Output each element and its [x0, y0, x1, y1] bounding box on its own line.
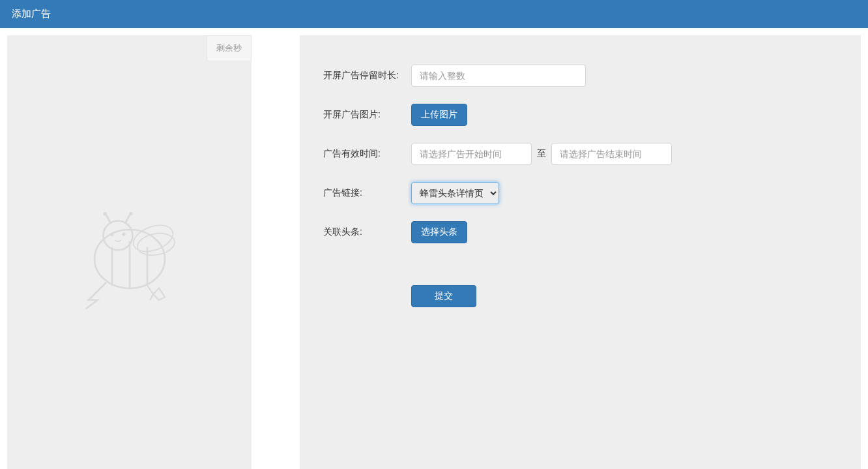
countdown-label: 剩余秒 [216, 43, 242, 53]
label-link: 广告链接: [323, 187, 411, 199]
select-link-type[interactable]: 蜂雷头条详情页 [411, 182, 499, 204]
svg-point-7 [129, 212, 132, 215]
page-header: 添加广告 [0, 0, 868, 28]
svg-point-2 [110, 232, 113, 235]
date-separator: 至 [537, 148, 546, 160]
submit-button[interactable]: 提交 [411, 285, 476, 307]
svg-point-9 [136, 230, 176, 258]
input-duration[interactable] [411, 65, 586, 87]
input-start-date[interactable] [411, 143, 532, 165]
row-duration: 开屏广告停留时长: [323, 65, 837, 87]
select-headline-button[interactable]: 选择头条 [411, 221, 467, 243]
row-image: 开屏广告图片: 上传图片 [323, 104, 837, 126]
input-end-date[interactable] [551, 143, 672, 165]
ad-preview-panel: 剩余秒 [7, 35, 252, 469]
content-wrapper: 剩余秒 开屏广告停留时长: 开屏广告图片: [0, 28, 868, 469]
label-valid-time: 广告有效时间: [323, 148, 411, 160]
label-duration: 开屏广告停留时长: [323, 70, 411, 82]
page-title: 添加广告 [12, 8, 51, 19]
row-relation: 关联头条: 选择头条 [323, 221, 837, 243]
row-submit: 提交 [323, 285, 837, 307]
svg-line-5 [124, 215, 129, 224]
svg-point-6 [103, 212, 106, 215]
label-image: 开屏广告图片: [323, 109, 411, 121]
upload-image-button[interactable]: 上传图片 [411, 104, 467, 126]
svg-line-4 [106, 215, 111, 224]
label-relation: 关联头条: [323, 226, 411, 238]
svg-point-3 [122, 232, 125, 235]
countdown-badge: 剩余秒 [207, 35, 252, 61]
bee-placeholder-icon [71, 194, 188, 312]
form-panel: 开屏广告停留时长: 开屏广告图片: 上传图片 广告有效时间: 至 广告链接: [300, 35, 861, 469]
row-link: 广告链接: 蜂雷头条详情页 [323, 182, 837, 204]
row-valid-time: 广告有效时间: 至 [323, 143, 837, 165]
svg-point-8 [130, 220, 177, 256]
